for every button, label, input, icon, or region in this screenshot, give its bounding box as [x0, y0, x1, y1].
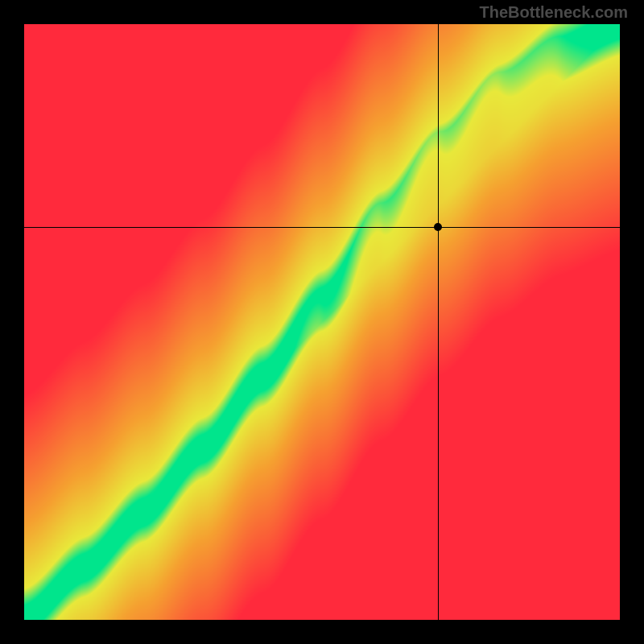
heatmap-canvas — [24, 24, 620, 620]
crosshair-horizontal — [24, 227, 620, 228]
heatmap-plot — [24, 24, 620, 620]
marker-dot — [434, 223, 442, 231]
crosshair-vertical — [438, 24, 439, 620]
watermark-text: TheBottleneck.com — [480, 3, 628, 22]
